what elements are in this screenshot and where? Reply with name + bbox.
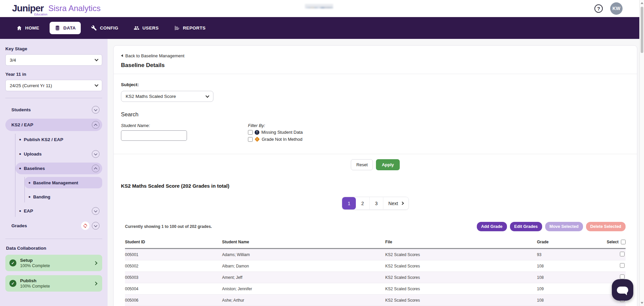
next-page-button[interactable]: Next (383, 197, 408, 209)
grades-table-section: Currently showing 1 to 100 out of 202 gr… (125, 222, 626, 306)
divider (5, 239, 102, 239)
refresh-icon[interactable] (81, 222, 89, 230)
baselines-submenu: •Baseline Management •Banding (24, 177, 102, 202)
chevron-down-icon[interactable] (92, 106, 100, 114)
logo-wordmark: Juniper (12, 4, 44, 13)
cell-student-id: 005003 (125, 272, 222, 283)
filter-grade-not-in-method[interactable]: ! Grade Not In Method (248, 137, 303, 142)
page-button-3[interactable]: 3 (370, 197, 383, 209)
divider (114, 74, 637, 74)
col-select: Select (605, 237, 626, 249)
key-stage-select[interactable]: 3/4 (5, 54, 102, 66)
sidebar-item-label: Baseline Management (33, 180, 78, 185)
help-icon[interactable]: ? (594, 4, 603, 13)
move-selected-button[interactable]: Move Selected (545, 222, 583, 231)
select-label: Select (607, 240, 619, 244)
cell-select (605, 260, 626, 272)
cell-student-name: Adams; William (222, 249, 385, 260)
row-select-checkbox[interactable] (620, 274, 625, 279)
scrollbar-thumb[interactable] (641, 7, 643, 53)
chevron-down-icon[interactable] (92, 207, 100, 215)
row-select-checkbox[interactable] (620, 263, 625, 268)
nav-label: USERS (142, 25, 159, 30)
sidebar-item-label: Publish KS2 / EAP (24, 137, 63, 142)
nav-label: HOME (25, 25, 39, 30)
reset-button[interactable]: Reset (351, 159, 373, 170)
sidebar-item-publish-ks2-eap[interactable]: •Publish KS2 / EAP (15, 134, 102, 145)
subject-select[interactable]: KS2 Maths Scaled Score (121, 91, 213, 102)
select-all-checkbox[interactable] (621, 240, 626, 244)
nav-item-config[interactable]: CONFIG (86, 22, 123, 34)
table-row[interactable]: 005003 Ament; Jeff KS2 Scaled Scores 108 (125, 272, 626, 283)
cell-student-id: 005001 (125, 249, 222, 260)
filter-missing-student-data[interactable]: ! Missing Student Data (248, 130, 303, 135)
subject-value: KS2 Maths Scaled Score (126, 94, 176, 99)
alert-circle-icon: ! (255, 130, 259, 135)
col-grade: Grade (537, 237, 605, 249)
missing-student-data-checkbox[interactable] (248, 130, 253, 135)
scroll-down-arrow-icon[interactable] (641, 302, 643, 304)
bullet-icon: • (19, 151, 21, 157)
table-row[interactable]: 005001 Adams; William KS2 Scaled Scores … (125, 249, 626, 260)
col-file: File (385, 237, 537, 249)
sidebar-item-eap[interactable]: •EAP (15, 205, 102, 217)
nav-item-users[interactable]: USERS (129, 22, 164, 34)
chevron-right-icon (93, 261, 97, 265)
cell-grade: 109 (537, 283, 605, 295)
sidebar-item-grades[interactable]: Grades (5, 220, 102, 232)
sidebar-item-baselines[interactable]: •Baselines (15, 163, 102, 174)
nav-item-data[interactable]: DATA (50, 22, 81, 34)
scroll-up-arrow-icon[interactable] (641, 2, 643, 4)
page-button-1[interactable]: 1 (342, 197, 356, 209)
page: Juniper Education Sisra Analytics ? KW H… (0, 0, 644, 306)
apply-button[interactable]: Apply (376, 159, 399, 170)
table-row[interactable]: 005006 Ashe; Arthur KS2 Scaled Scores 10… (125, 295, 626, 306)
chevron-down-icon (205, 94, 209, 98)
ks2-eap-submenu: •Publish KS2 / EAP •Uploads •Baselines •… (15, 134, 102, 217)
cell-file: KS2 Scaled Scores (385, 272, 537, 283)
back-link[interactable]: Back to Baseline Management (121, 53, 184, 58)
nav-item-home[interactable]: HOME (11, 22, 44, 34)
add-grade-button[interactable]: Add Grade (477, 222, 507, 231)
sidebar-item-ks2-eap[interactable]: KS2 / EAP (5, 119, 102, 131)
avatar[interactable]: KW (610, 2, 623, 15)
main-content: Back to Baseline Management Baseline Det… (108, 39, 644, 306)
chevron-up-icon[interactable] (92, 165, 100, 172)
chevron-up-icon[interactable] (92, 121, 100, 129)
sidebar-item-banding[interactable]: •Banding (25, 191, 102, 202)
setup-card[interactable]: ✓ Setup 100% Complete (5, 255, 102, 271)
chevron-down-icon (94, 57, 98, 61)
filter-actions: Reset Apply (121, 159, 630, 170)
cell-file: KS2 Scaled Scores (385, 260, 537, 272)
nav-item-reports[interactable]: REPORTS (169, 22, 211, 34)
sidebar-item-students[interactable]: Students (5, 104, 102, 116)
vertical-scrollbar[interactable] (639, 0, 644, 306)
publish-card[interactable]: ✓ Publish 100% Complete (5, 275, 102, 292)
sidebar-item-baseline-management[interactable]: •Baseline Management (25, 177, 102, 188)
subject-label: Subject: (121, 82, 630, 87)
chevron-down-icon (94, 83, 98, 86)
sidebar-item-uploads[interactable]: •Uploads (15, 148, 102, 160)
table-row[interactable]: 005004 Aniston; Jennifer KS2 Scaled Scor… (125, 283, 626, 295)
chat-widget-button[interactable] (612, 279, 633, 301)
student-name-label: Student Name: (121, 123, 248, 128)
cell-grade: 108 (537, 295, 605, 306)
year-select[interactable]: 24/25 (Current Yr 11) (5, 80, 102, 91)
cell-file: KS2 Scaled Scores (385, 295, 537, 306)
student-name-input[interactable] (121, 130, 187, 141)
table-row[interactable]: 005002 Albarn; Damon KS2 Scaled Scores 1… (125, 260, 626, 272)
data-collaboration-title: Data Collaboration (5, 246, 102, 251)
delete-selected-button[interactable]: Delete Selected (586, 222, 626, 231)
users-icon (134, 25, 139, 31)
main-nav: HOME DATA CONFIG USERS REPORTS (0, 17, 644, 39)
edit-grades-button[interactable]: Edit Grades (510, 222, 542, 231)
sidebar: Key Stage 3/4 Year 11 in 24/25 (Current … (0, 39, 108, 306)
chevron-down-icon[interactable] (92, 222, 100, 230)
bullet-icon: • (28, 180, 30, 186)
warning-diamond-icon: ! (255, 137, 260, 142)
grade-not-in-method-checkbox[interactable] (248, 137, 253, 142)
page-button-2[interactable]: 2 (356, 197, 370, 209)
row-select-checkbox[interactable] (620, 252, 625, 256)
juniper-logo: Juniper Education (12, 4, 44, 13)
chevron-down-icon[interactable] (92, 150, 100, 158)
